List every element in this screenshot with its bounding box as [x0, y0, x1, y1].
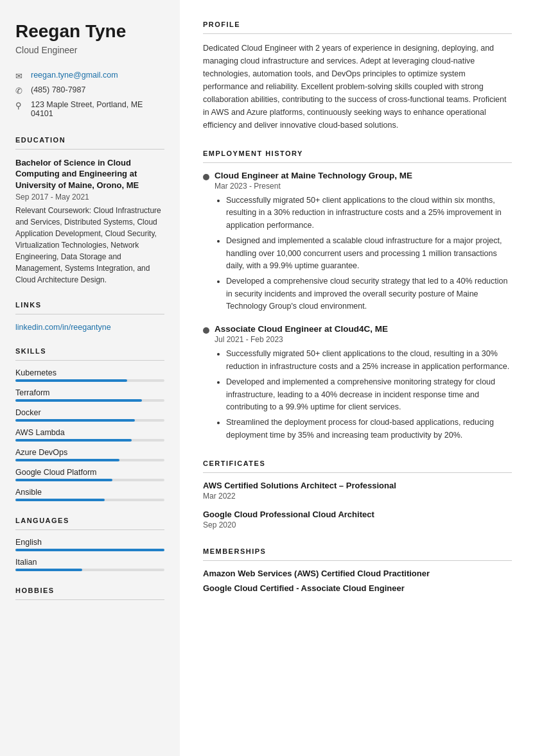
coursework-text: Cloud Infrastructure and Services, Distr…	[15, 206, 161, 284]
skill-item: Terraform	[15, 388, 164, 402]
cert-name: AWS Certified Solutions Architect – Prof…	[203, 481, 512, 490]
skill-bar-background	[15, 379, 164, 382]
hobbies-section: HOBBIES	[15, 587, 164, 600]
address-text: 123 Maple Street, Portland, ME 04101	[31, 100, 164, 118]
skills-section: SKILLS Kubernetes Terraform Docker AWS L…	[15, 347, 164, 501]
memberships-list: Amazon Web Services (AWS) Certified Clou…	[203, 569, 512, 593]
membership-entry: Amazon Web Services (AWS) Certified Clou…	[203, 569, 512, 578]
edu-degree: Bachelor of Science in Cloud Computing a…	[15, 157, 164, 191]
membership-entry: Google Cloud Certified - Associate Cloud…	[203, 583, 512, 593]
education-section-title: EDUCATION	[15, 136, 164, 144]
sidebar: Reegan Tyne Cloud Engineer ✉ reegan.tyne…	[0, 0, 180, 756]
job-entry: Associate Cloud Engineer at Cloud4C, ME …	[203, 324, 512, 442]
job-bullet: Streamlined the deployment process for c…	[226, 417, 512, 442]
job-entry: Cloud Engineer at Maine Technology Group…	[203, 171, 512, 313]
skill-bar-fill	[15, 379, 127, 382]
contact-email-item: ✉ reegan.tyne@gmail.com	[15, 71, 164, 81]
employment-section-title: EMPLOYMENT HISTORY	[203, 150, 512, 157]
skills-section-title: SKILLS	[15, 347, 164, 355]
languages-section: LANGUAGES English Italian	[15, 517, 164, 571]
job-dates: Jul 2021 - Feb 2023	[215, 335, 512, 344]
jobs-list: Cloud Engineer at Maine Technology Group…	[203, 171, 512, 442]
skill-item: AWS Lambda	[15, 428, 164, 442]
skill-name: Google Cloud Platform	[15, 468, 164, 477]
resume-container: Reegan Tyne Cloud Engineer ✉ reegan.tyne…	[0, 0, 535, 756]
education-divider	[15, 149, 164, 150]
email-link[interactable]: reegan.tyne@gmail.com	[31, 71, 118, 80]
skill-item: Azure DevOps	[15, 448, 164, 461]
job-bullet: Successfully migrated 50+ client applica…	[226, 194, 512, 232]
language-bar-fill	[15, 549, 164, 551]
contact-list: ✉ reegan.tyne@gmail.com ✆ (485) 780-7987…	[15, 71, 164, 118]
skills-divider	[15, 360, 164, 361]
links-section-title: LINKS	[15, 301, 164, 309]
skill-item: Ansible	[15, 488, 164, 501]
edu-coursework: Relevant Coursework: Cloud Infrastructur…	[15, 205, 164, 286]
skill-bar-fill	[15, 499, 105, 501]
hobbies-section-title: HOBBIES	[15, 587, 164, 594]
main-content: PROFILE Dedicated Cloud Engineer with 2 …	[180, 0, 535, 756]
edu-dates: Sep 2017 - May 2021	[15, 193, 164, 202]
language-item: English	[15, 538, 164, 551]
job-bullet: Developed and implemented a comprehensiv…	[226, 376, 512, 413]
skill-bar-background	[15, 439, 164, 442]
hobbies-divider	[15, 599, 164, 600]
employment-divider	[203, 162, 512, 163]
memberships-section-title: MEMBERSHIPS	[203, 547, 512, 555]
profile-section: PROFILE Dedicated Cloud Engineer with 2 …	[203, 21, 512, 132]
job-bullets-list: Successfully migrated 50+ client applica…	[215, 348, 512, 442]
skill-bar-background	[15, 499, 164, 501]
job-bullet: Developed a comprehensive cloud security…	[226, 275, 512, 313]
skill-name: Ansible	[15, 488, 164, 497]
skill-name: Kubernetes	[15, 368, 164, 377]
cert-date: Mar 2022	[203, 492, 512, 501]
certificates-section-title: CERTIFICATES	[203, 460, 512, 467]
languages-divider	[15, 529, 164, 530]
cert-name: Google Cloud Professional Cloud Architec…	[203, 510, 512, 519]
skill-bar-fill	[15, 399, 142, 402]
profile-divider	[203, 33, 512, 34]
phone-number: (485) 780-7987	[31, 85, 85, 94]
language-bar-background	[15, 549, 164, 551]
employment-section: EMPLOYMENT HISTORY Cloud Engineer at Mai…	[203, 150, 512, 442]
job-dot	[203, 327, 209, 334]
skill-bar-fill	[15, 439, 132, 442]
languages-section-title: LANGUAGES	[15, 517, 164, 524]
linkedin-link[interactable]: linkedin.com/in/reegantyne	[15, 323, 111, 332]
candidate-title: Cloud Engineer	[15, 45, 164, 55]
job-title: Cloud Engineer at Maine Technology Group…	[215, 171, 512, 180]
skill-item: Kubernetes	[15, 368, 164, 382]
skill-bar-background	[15, 479, 164, 481]
skill-item: Google Cloud Platform	[15, 468, 164, 481]
skill-bar-background	[15, 419, 164, 422]
membership-name: Amazon Web Services (AWS) Certified Clou…	[203, 569, 512, 578]
language-item: Italian	[15, 558, 164, 571]
phone-icon: ✆	[15, 86, 26, 96]
language-bar-background	[15, 569, 164, 571]
skill-name: Terraform	[15, 388, 164, 397]
cert-date: Sep 2020	[203, 520, 512, 529]
job-dot	[203, 174, 209, 180]
cert-entry: AWS Certified Solutions Architect – Prof…	[203, 481, 512, 501]
location-icon: ⚲	[15, 101, 26, 110]
memberships-divider	[203, 560, 512, 561]
skills-list: Kubernetes Terraform Docker AWS Lambda A…	[15, 368, 164, 501]
education-section: EDUCATION Bachelor of Science in Cloud C…	[15, 136, 164, 286]
skill-bar-background	[15, 459, 164, 461]
skill-bar-fill	[15, 479, 112, 481]
job-bullet: Successfully migrated 50+ client applica…	[226, 348, 512, 373]
skill-bar-fill	[15, 419, 135, 422]
language-bar-fill	[15, 569, 82, 571]
job-title: Associate Cloud Engineer at Cloud4C, ME	[215, 324, 512, 334]
cert-entry: Google Cloud Professional Cloud Architec…	[203, 510, 512, 529]
certificates-section: CERTIFICATES AWS Certified Solutions Arc…	[203, 460, 512, 529]
languages-list: English Italian	[15, 538, 164, 571]
skill-name: Docker	[15, 408, 164, 417]
coursework-label: Relevant Coursework:	[15, 206, 91, 215]
skill-name: AWS Lambda	[15, 428, 164, 437]
job-bullet: Designed and implemented a scalable clou…	[226, 235, 512, 272]
candidate-name: Reegan Tyne	[15, 21, 164, 42]
links-divider	[15, 314, 164, 314]
job-bullets-list: Successfully migrated 50+ client applica…	[215, 194, 512, 313]
profile-section-title: PROFILE	[203, 21, 512, 28]
